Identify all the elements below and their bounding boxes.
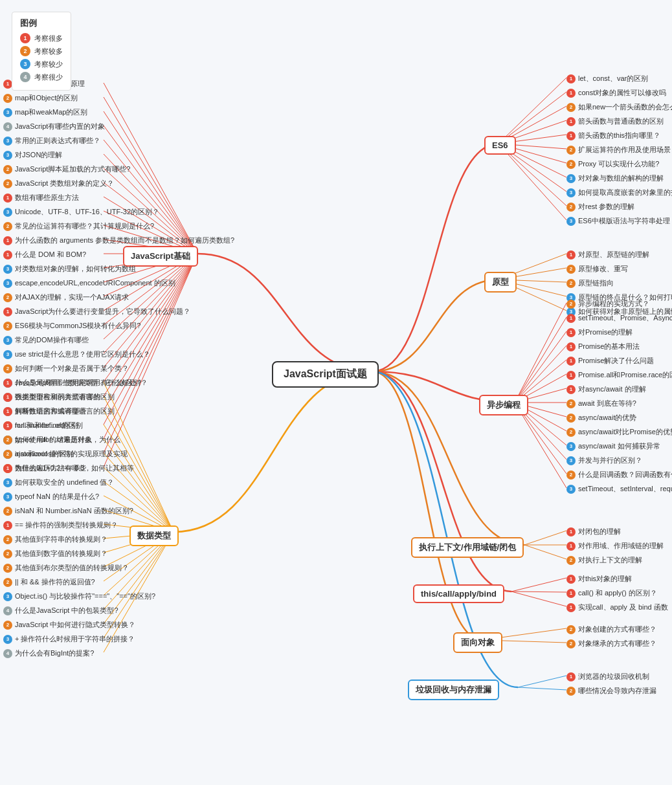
leaf-js-basics: 3Unicode、UTF-8、UTF-16、UTF-32的区别？ (3, 207, 159, 217)
svg-line-65 (515, 317, 566, 403)
svg-line-67 (515, 346, 566, 403)
leaf-js-basics: 1数组有哪些原生方法 (3, 193, 79, 203)
center-label: JavaScript面试题 (284, 368, 367, 379)
leaf-es6: 2如果new一个箭头函数的会怎么样 (566, 102, 672, 112)
leaf-es6: 2对rest 参数的理解 (566, 202, 634, 212)
svg-line-86 (518, 676, 566, 687)
leaf-js-basics: 2JavaScript 类数组对象的定义？ (3, 179, 114, 188)
center-node: JavaScript面试题 (272, 361, 379, 388)
leaf-closure: 1对闭包的理解 (566, 527, 621, 536)
branch-async: 异步编程 (479, 395, 528, 415)
branch-prototype: 原型 (484, 272, 517, 293)
mind-map-canvas: 图例 1 考察很多 2 考察较多 3 考察较少 4 考察很少 JavaScrip… (0, 0, 672, 785)
leaf-data-types: 1== 操作符的强制类型转换规则？ (3, 520, 118, 530)
legend-item-1: 1 考察很多 (20, 33, 63, 43)
leaf-data-types: 1数据类型检测的方式有哪些 (3, 392, 100, 402)
leaf-es6: 1let、const、var的区别 (566, 74, 648, 83)
leaf-es6: 2Proxy 可以实现什么功能? (566, 159, 659, 169)
legend-box: 图例 1 考察很多 2 考察较多 3 考察较少 4 考察很少 (12, 12, 71, 91)
leaf-async: 1Promise的基本用法 (566, 342, 640, 351)
legend-dot-1: 1 (20, 33, 30, 43)
leaf-closure: 1对作用域、作用域链的理解 (566, 541, 664, 551)
leaf-data-types: 2JavaScript 中如何进行隐式类型转换？ (3, 620, 135, 630)
leaf-js-basics: 2JavaScript脚本延加载的方式有哪些? (3, 164, 130, 174)
leaf-js-basics: 3map和weakMap的区别 (3, 107, 87, 117)
svg-line-80 (524, 545, 566, 559)
branch-this: this/call/apply/bind (413, 584, 504, 603)
leaf-gc: 1浏览器的垃圾回收机制 (566, 672, 649, 681)
branch-data-types: 数据类型 (129, 525, 179, 546)
svg-line-2 (104, 111, 197, 254)
svg-line-48 (498, 78, 566, 144)
svg-line-64 (515, 303, 566, 403)
leaf-data-types: 2其他值到数字值的转换规则？ (3, 549, 107, 558)
leaf-async: 3async/await 如何捕获异常 (566, 441, 660, 451)
leaf-js-basics: 3常用的正则表达式有哪些？ (3, 136, 100, 146)
branch-closure: 执行上下文/作用域链/闭包 (411, 537, 524, 558)
legend-dot-2: 2 (20, 46, 30, 56)
leaf-data-types: 4为什么会有BigInt的提案? (3, 648, 94, 658)
leaf-js-basics: 3常见的DOM操作有哪些 (3, 335, 89, 345)
leaf-js-basics: 3use strict是什么意思？使用它区别是什么？ (3, 349, 150, 359)
leaf-data-types: 2其他值到布尔类型的值的转换规则？ (3, 563, 129, 573)
svg-line-78 (524, 531, 566, 545)
branch-es6: ES6 (484, 136, 516, 155)
legend-item-3: 3 考察较少 (20, 59, 63, 69)
leaf-js-basics: 2对AJAX的理解，实现一个AJAX请求 (3, 293, 129, 302)
leaf-js-basics: 1为什么函数的 arguments 参数是类数组而不是数组？如何遍历类数组? (3, 236, 234, 245)
leaf-prototype: 2原型修改、重写 (566, 264, 628, 274)
leaf-js-basics: 2map和Object的区别 (3, 93, 78, 103)
leaf-es6: 3对对象与数组的解构的理解 (566, 173, 664, 183)
leaf-data-types: 2isNaN 和 Number.isNaN 函数的区别? (3, 506, 133, 516)
leaf-js-basics: 1JavaScript为什么要进行变量提升，它导致了什么问题？ (3, 307, 190, 316)
leaf-js-basics: 2如何判断一个对象是否属于某个类？ (3, 364, 129, 373)
leaf-data-types: 1为什么0.1+0.2 !== 0.3，如何让其相等 (3, 463, 134, 473)
legend-label-3: 考察较少 (34, 60, 63, 69)
leaf-data-types: 3如何获取安全的 undefined 值？ (3, 478, 114, 487)
leaf-this: 1实现call、apply 及 bind 函数 (566, 603, 668, 612)
legend-title: 图例 (20, 17, 63, 29)
leaf-data-types: 2其他值到字符串的转换规则？ (3, 535, 107, 544)
leaf-async: 1Promise解决了什么问题 (566, 356, 654, 366)
leaf-async: 1setTimeout、Promise、Async/Await 的区别 (566, 313, 672, 323)
leaf-data-types: 2typeof null 的结果是什么，为什么 (3, 435, 120, 445)
leaf-closure: 2对执行上下文的理解 (566, 555, 642, 565)
leaf-js-basics: 2ES6模块与CommonJS模块有什么异同? (3, 321, 140, 331)
leaf-async: 2异步编程的实现方式？ (566, 299, 649, 309)
branch-oop: 面向对象 (453, 632, 502, 653)
svg-line-82 (511, 592, 566, 592)
leaf-data-types: 1判断数组的方式有哪些 (3, 406, 86, 416)
leaf-data-types: 1null和undefined区别 (3, 421, 78, 430)
leaf-oop: 2对象继承的方式有哪些？ (566, 639, 656, 648)
leaf-data-types: 1JavaScript有哪些数据类型，它们的区别？ (3, 378, 148, 388)
leaf-gc: 2哪些情况会导致内存泄漏 (566, 686, 656, 696)
leaf-this: 1call() 和 apply() 的区别？ (566, 588, 657, 598)
leaf-es6: 1箭头函数的this指向哪里？ (566, 131, 660, 140)
leaf-data-types: 3Object.is() 与比较操作符"==="、"=="的区别? (3, 592, 155, 601)
branch-gc: 垃圾回收与内存泄漏 (408, 680, 499, 700)
leaf-data-types: 3+ 操作符什么时候用于字符串的拼接？ (3, 634, 135, 644)
leaf-async: 3并发与并行的区别？ (566, 456, 642, 465)
leaf-js-basics: 1什么是 DOM 和 BOM? (3, 250, 86, 260)
svg-line-83 (511, 592, 566, 606)
svg-line-58 (498, 144, 566, 220)
leaf-async: 2async/await对比Promise的优势 (566, 427, 672, 437)
leaf-es6: 2扩展运算符的作用及使用场景 (566, 145, 671, 155)
leaf-js-basics: 2常见的位运算符有哪些？其计算规则是什么? (3, 221, 154, 231)
leaf-async: 1对Promise的理解 (566, 327, 633, 337)
leaf-prototype: 1对原型、原型链的理解 (566, 250, 649, 260)
leaf-async: 1Promise.all和Promise.race的区别和使用场景 (566, 370, 672, 380)
leaf-js-basics: 3对类数组对象的理解，如何转化为数组 (3, 264, 136, 274)
leaf-async: 2什么是回调函数？回调函数有什么缺点？如何解决回调地狱问题？ (566, 470, 672, 480)
svg-line-66 (515, 331, 566, 403)
leaf-prototype: 2原型链指向 (566, 278, 614, 288)
leaf-js-basics: 3对JSON的理解 (3, 150, 62, 160)
leaf-data-types: 2|| 和 && 操作符的返回值? (3, 577, 95, 587)
leaf-js-basics: 4JavaScript有哪些内置的对象 (3, 122, 105, 131)
leaf-data-types: 2instanceof 操作符的实现原理及实现 (3, 449, 128, 459)
leaf-es6: 1const对象的属性可以修改吗 (566, 88, 666, 98)
legend-label-2: 考察较多 (34, 47, 63, 56)
leaf-es6: 1箭头函数与普通函数的区别 (566, 116, 664, 126)
leaf-js-basics: 3escape,encodeURL,encodeURIComponent 的区别 (3, 278, 175, 288)
svg-line-81 (511, 578, 566, 592)
